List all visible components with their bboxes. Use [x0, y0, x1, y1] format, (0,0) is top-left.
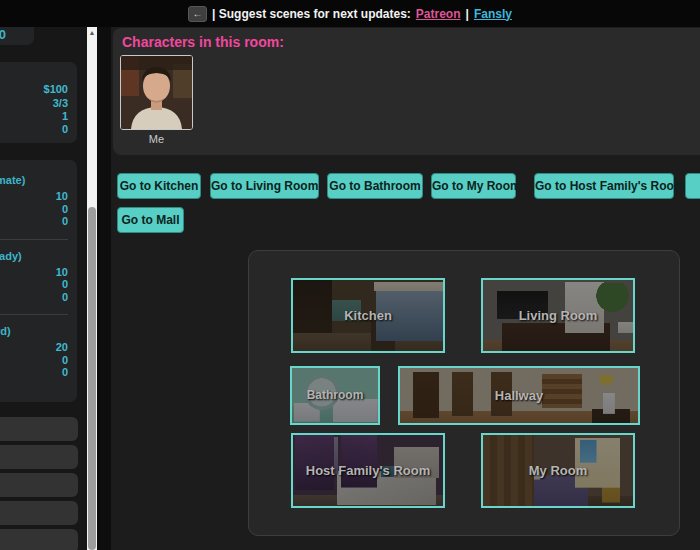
room-thumb-hallway[interactable]: Hallway — [398, 366, 640, 425]
relationship-name: lady) — [0, 250, 68, 262]
go-to-living-room-button[interactable]: Go to Living Room — [210, 173, 319, 199]
sidebar-row[interactable] — [0, 501, 78, 525]
house-map-panel: Kitchen Living Room Bathroom Hallway Hos… — [248, 250, 680, 536]
suggest-scenes-text: | Suggest scenes for next updates: — [212, 7, 411, 21]
room-thumb-living-room[interactable]: Living Room — [481, 278, 635, 353]
go-to-my-room-button[interactable]: Go to My Room — [431, 173, 516, 199]
relationship-name: mate) — [0, 174, 68, 186]
sidebar-row[interactable] — [0, 445, 78, 469]
divider — [0, 239, 68, 240]
relationship-stat: 0 — [0, 278, 68, 291]
go-to-kitchen-button[interactable]: Go to Kitchen — [117, 173, 201, 199]
room-thumb-kitchen[interactable]: Kitchen — [291, 278, 445, 353]
room-label: Living Room — [483, 307, 633, 322]
go-to-hallway-button[interactable]: Go to Hallway — [685, 173, 700, 199]
money-value: $100 — [44, 83, 68, 95]
room-label: My Room — [483, 462, 633, 477]
player-portrait[interactable] — [120, 55, 193, 130]
room-thumb-host-family-room[interactable]: Host Family's Room — [291, 433, 445, 508]
go-to-bathroom-button[interactable]: Go to Bathroom — [327, 173, 423, 199]
relationship-name: rd) — [0, 325, 68, 337]
patreon-link[interactable]: Patreon — [416, 7, 461, 21]
go-to-host-family-room-button[interactable]: Go to Host Family's Room — [534, 173, 674, 199]
left-sidebar: 7:00 $100 3/3 1 0 mate) 10 0 0 lady) 10 … — [0, 0, 87, 550]
room-label: Hallway — [400, 387, 638, 402]
go-to-mall-button[interactable]: Go to Mall — [117, 207, 184, 233]
stat-value: 0 — [62, 123, 68, 135]
relationship-stat: 0 — [0, 291, 68, 304]
back-button[interactable]: ← — [188, 6, 207, 22]
room-label: Bathroom — [292, 388, 378, 402]
stat-value: 1 — [62, 110, 68, 122]
room-thumb-my-room[interactable]: My Room — [481, 433, 635, 508]
relationships-panel: mate) 10 0 0 lady) 10 0 0 rd) 20 0 0 — [0, 160, 77, 402]
top-bar: ← | Suggest scenes for next updates: Pat… — [0, 0, 700, 27]
relationship-stat: 10 — [0, 190, 68, 203]
stats-panel-top: $100 3/3 1 0 — [0, 62, 77, 143]
sidebar-row[interactable] — [0, 417, 78, 441]
room-label: Host Family's Room — [293, 462, 443, 477]
energy-value: 3/3 — [53, 97, 68, 109]
relationship-stat: 20 — [0, 341, 68, 354]
sidebar-row[interactable] — [0, 529, 78, 550]
sidebar-scrollbar[interactable]: ▲ — [87, 27, 97, 550]
relationship-group: rd) 20 0 0 — [0, 325, 68, 379]
gutter — [97, 27, 111, 550]
relationship-group: lady) 10 0 0 — [0, 250, 68, 304]
characters-panel: Characters in this room: Me — [113, 28, 700, 155]
time-value: 7:00 — [0, 27, 6, 42]
room-label: Kitchen — [293, 307, 443, 322]
relationship-stat: 0 — [0, 203, 68, 216]
scrollbar-up-icon[interactable]: ▲ — [87, 29, 97, 36]
fansly-link[interactable]: Fansly — [474, 7, 512, 21]
relationship-stat: 0 — [0, 354, 68, 367]
relationship-stat: 0 — [0, 366, 68, 379]
character-name: Me — [120, 133, 193, 145]
sidebar-row[interactable] — [0, 473, 78, 497]
scrollbar-thumb[interactable] — [88, 207, 96, 550]
portrait-image — [121, 56, 192, 129]
relationship-group: mate) 10 0 0 — [0, 174, 68, 228]
relationship-stat: 10 — [0, 266, 68, 279]
relationship-stat: 0 — [0, 215, 68, 228]
characters-heading: Characters in this room: — [122, 34, 284, 50]
main-area: Characters in this room: Me Go to Kitche… — [111, 27, 700, 550]
room-thumb-bathroom[interactable]: Bathroom — [290, 366, 380, 425]
link-separator: | — [466, 7, 469, 21]
divider — [0, 314, 68, 315]
